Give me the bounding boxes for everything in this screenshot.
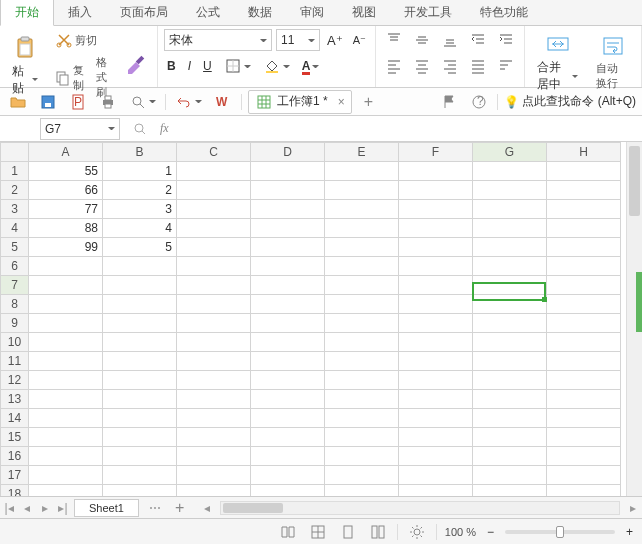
col-header-G[interactable]: G bbox=[473, 143, 547, 162]
ribbon-tab-6[interactable]: 视图 bbox=[338, 0, 390, 25]
document-tab[interactable]: 工作簿1 * × bbox=[248, 90, 352, 114]
cell-H9[interactable] bbox=[547, 314, 621, 333]
cell-B12[interactable] bbox=[103, 371, 177, 390]
cell-A4[interactable]: 88 bbox=[29, 219, 103, 238]
cell-A5[interactable]: 99 bbox=[29, 238, 103, 257]
cell-B11[interactable] bbox=[103, 352, 177, 371]
split-handle[interactable] bbox=[636, 272, 642, 332]
cell-F15[interactable] bbox=[399, 428, 473, 447]
font-size-select[interactable]: 11 bbox=[276, 29, 320, 51]
cell-E8[interactable] bbox=[325, 295, 399, 314]
select-all-corner[interactable] bbox=[1, 143, 29, 162]
save-button[interactable] bbox=[36, 91, 60, 113]
cell-E2[interactable] bbox=[325, 181, 399, 200]
formula-input[interactable] bbox=[177, 119, 642, 139]
cell-D11[interactable] bbox=[251, 352, 325, 371]
cell-D10[interactable] bbox=[251, 333, 325, 352]
sheet-nav-last[interactable]: ▸| bbox=[54, 501, 72, 515]
preview-button[interactable] bbox=[126, 91, 159, 113]
cell-G7[interactable] bbox=[473, 276, 547, 295]
add-sheet-button[interactable]: + bbox=[169, 499, 190, 517]
indent-dec-button[interactable] bbox=[466, 29, 490, 51]
zoom-slider[interactable] bbox=[505, 530, 615, 534]
cell-F2[interactable] bbox=[399, 181, 473, 200]
cell-C11[interactable] bbox=[177, 352, 251, 371]
row-header-6[interactable]: 6 bbox=[1, 257, 29, 276]
cell-A13[interactable] bbox=[29, 390, 103, 409]
cell-B18[interactable] bbox=[103, 485, 177, 497]
cell-A16[interactable] bbox=[29, 447, 103, 466]
cell-B17[interactable] bbox=[103, 466, 177, 485]
cell-A11[interactable] bbox=[29, 352, 103, 371]
spreadsheet-grid[interactable]: ABCDEFGH15512662377348845995678910111213… bbox=[0, 142, 642, 496]
row-header-17[interactable]: 17 bbox=[1, 466, 29, 485]
ribbon-tab-4[interactable]: 数据 bbox=[234, 0, 286, 25]
view-reading[interactable] bbox=[277, 522, 299, 542]
cell-D2[interactable] bbox=[251, 181, 325, 200]
col-header-B[interactable]: B bbox=[103, 143, 177, 162]
cell-B6[interactable] bbox=[103, 257, 177, 276]
align-middle-button[interactable] bbox=[410, 29, 434, 51]
sheet-nav-first[interactable]: |◂ bbox=[0, 501, 18, 515]
cell-D17[interactable] bbox=[251, 466, 325, 485]
cell-H13[interactable] bbox=[547, 390, 621, 409]
command-search[interactable]: 💡点此查找命令 (Alt+Q) bbox=[504, 93, 636, 110]
cell-A17[interactable] bbox=[29, 466, 103, 485]
cell-G12[interactable] bbox=[473, 371, 547, 390]
cell-F12[interactable] bbox=[399, 371, 473, 390]
cell-A2[interactable]: 66 bbox=[29, 181, 103, 200]
row-header-15[interactable]: 15 bbox=[1, 428, 29, 447]
align-bottom-button[interactable] bbox=[438, 29, 462, 51]
cell-C3[interactable] bbox=[177, 200, 251, 219]
merge-center-button[interactable]: 合并居中 bbox=[531, 29, 584, 95]
cell-B9[interactable] bbox=[103, 314, 177, 333]
view-normal[interactable] bbox=[307, 522, 329, 542]
cell-H7[interactable] bbox=[547, 276, 621, 295]
cell-H5[interactable] bbox=[547, 238, 621, 257]
cell-D3[interactable] bbox=[251, 200, 325, 219]
print-button[interactable] bbox=[96, 91, 120, 113]
export-pdf-button[interactable]: P bbox=[66, 91, 90, 113]
cell-C7[interactable] bbox=[177, 276, 251, 295]
cell-H8[interactable] bbox=[547, 295, 621, 314]
underline-button[interactable]: U bbox=[200, 57, 215, 75]
cell-B3[interactable]: 3 bbox=[103, 200, 177, 219]
cell-G6[interactable] bbox=[473, 257, 547, 276]
cell-H3[interactable] bbox=[547, 200, 621, 219]
align-center-button[interactable] bbox=[410, 55, 434, 77]
cell-A12[interactable] bbox=[29, 371, 103, 390]
cell-H12[interactable] bbox=[547, 371, 621, 390]
cell-D9[interactable] bbox=[251, 314, 325, 333]
bold-button[interactable]: B bbox=[164, 57, 179, 75]
sheet-nav-prev[interactable]: ◂ bbox=[18, 501, 36, 515]
new-tab-button[interactable]: + bbox=[358, 93, 379, 111]
row-header-13[interactable]: 13 bbox=[1, 390, 29, 409]
cell-G14[interactable] bbox=[473, 409, 547, 428]
ribbon-tab-8[interactable]: 特色功能 bbox=[466, 0, 542, 25]
sheet-nav-next[interactable]: ▸ bbox=[36, 501, 54, 515]
hscroll-left[interactable]: ◂ bbox=[198, 501, 216, 515]
align-justify-button[interactable] bbox=[466, 55, 490, 77]
cell-D18[interactable] bbox=[251, 485, 325, 497]
sheet-tab[interactable]: Sheet1 bbox=[74, 499, 139, 517]
cell-C8[interactable] bbox=[177, 295, 251, 314]
wrap-text-button[interactable]: 自动换行 bbox=[590, 31, 635, 93]
cell-C13[interactable] bbox=[177, 390, 251, 409]
cell-D4[interactable] bbox=[251, 219, 325, 238]
cell-G1[interactable] bbox=[473, 162, 547, 181]
hscroll-right[interactable]: ▸ bbox=[624, 501, 642, 515]
cell-G8[interactable] bbox=[473, 295, 547, 314]
row-header-4[interactable]: 4 bbox=[1, 219, 29, 238]
col-header-E[interactable]: E bbox=[325, 143, 399, 162]
fill-color-button[interactable] bbox=[260, 55, 293, 77]
zoom-in-button[interactable]: + bbox=[623, 523, 636, 541]
view-page[interactable] bbox=[337, 522, 359, 542]
flag-button[interactable] bbox=[437, 91, 461, 113]
cell-E16[interactable] bbox=[325, 447, 399, 466]
cell-F16[interactable] bbox=[399, 447, 473, 466]
cell-H11[interactable] bbox=[547, 352, 621, 371]
col-header-C[interactable]: C bbox=[177, 143, 251, 162]
cell-A15[interactable] bbox=[29, 428, 103, 447]
cell-B16[interactable] bbox=[103, 447, 177, 466]
italic-button[interactable]: I bbox=[185, 57, 194, 75]
